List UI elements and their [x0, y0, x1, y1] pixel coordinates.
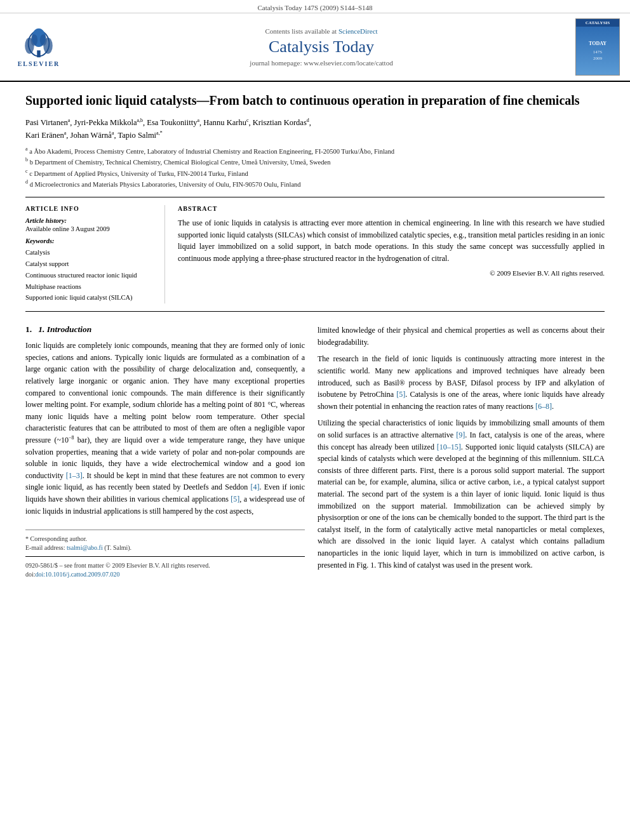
affiliation-c: c c Department of Applied Physics, Unive… — [25, 168, 605, 178]
issn-line: 0920-5861/$ – see front matter © 2009 El… — [25, 562, 305, 569]
email-link[interactable]: tsalmi@abo.fi — [67, 544, 103, 551]
sciencedirect-anchor[interactable]: ScienceDirect — [338, 27, 378, 35]
journal-citation-bar: Catalysis Today 147S (2009) S144–S148 — [0, 0, 630, 13]
left-column: 1. 1. Introduction Ionic liquids are com… — [25, 324, 305, 578]
article-body: Supported ionic liquid catalysts—From ba… — [0, 82, 630, 588]
affiliation-d: d d Microelectronics and Materials Physi… — [25, 178, 605, 189]
keyword-3: Continuous structured reactor ionic liqu… — [25, 270, 154, 281]
journal-title: Catalysis Today — [67, 37, 575, 57]
article-main-columns: 1. 1. Introduction Ionic liquids are com… — [25, 324, 605, 578]
abstract-copyright: © 2009 Elsevier B.V. All rights reserved… — [178, 269, 605, 277]
doi-line: doi:doi:10.1016/j.cattod.2009.07.020 — [25, 571, 305, 578]
elsevier-logo: ELSEVIER — [10, 27, 67, 67]
keyword-2: Catalyst support — [25, 258, 154, 270]
affiliation-a: a a Åbo Akademi, Process Chemistry Centr… — [25, 145, 605, 156]
elsevier-brand-text: ELSEVIER — [18, 60, 60, 67]
affiliation-b: b b Department of Chemistry, Technical C… — [25, 156, 605, 167]
email-note: E-mail address: tsalmi@abo.fi (T. Salmi)… — [25, 544, 305, 551]
section-title-text: 1. Introduction — [38, 324, 91, 334]
keyword-4: Multiphase reactions — [25, 281, 154, 293]
corresponding-author-note: * Corresponding author. — [25, 535, 305, 542]
article-history-label: Article history: — [25, 217, 154, 224]
homepage-text: journal homepage: www.elsevier.com/locat… — [250, 59, 392, 67]
journal-citation-text: Catalysis Today 147S (2009) S144–S148 — [257, 4, 372, 11]
intro-paragraph-2: limited knowledge of their physical and … — [318, 324, 605, 348]
article-title: Supported ionic liquid catalysts—From ba… — [25, 92, 605, 109]
footer-separator — [25, 556, 305, 557]
svg-point-5 — [30, 34, 37, 45]
journal-homepage: journal homepage: www.elsevier.com/locat… — [67, 59, 575, 67]
article-footer: * Corresponding author. E-mail address: … — [25, 530, 305, 578]
cover-top-bar: CATALYSIS — [576, 19, 619, 27]
keyword-1: Catalysis — [25, 247, 154, 258]
ref-4[interactable]: [4] — [250, 483, 259, 491]
svg-point-6 — [40, 34, 47, 45]
abstract-text: The use of ionic liquids in catalysis is… — [178, 217, 605, 264]
journal-center: Contents lists available at ScienceDirec… — [67, 27, 575, 67]
journal-cover-image: CATALYSIS TODAY 147S 2009 — [575, 18, 620, 76]
keyword-5: Supported ionic liquid catalyst (SILCA) — [25, 292, 154, 303]
article-available-online: Available online 3 August 2009 — [25, 225, 154, 232]
intro-paragraph-4: Utilizing the special characteristics of… — [318, 417, 605, 571]
keywords-label: Keywords: — [25, 237, 154, 244]
ref-5[interactable]: [5] — [231, 495, 239, 503]
ref-6-8[interactable]: [6–8] — [535, 402, 552, 411]
intro-paragraph-1: Ionic liquids are completely ionic compo… — [25, 340, 305, 517]
article-info-heading: ARTICLE INFO — [25, 205, 154, 212]
section-number: 1. — [25, 324, 32, 334]
keywords-list: Catalysis Catalyst support Continuous st… — [25, 247, 154, 303]
cover-body: TODAY 147S 2009 — [576, 27, 619, 75]
ref-10-15[interactable]: [10–15] — [437, 443, 461, 451]
article-authors: Pasi Virtanena, Jyri-Pekka Mikkolaa,b, E… — [25, 116, 605, 142]
right-column: limited knowledge of their physical and … — [318, 324, 605, 578]
introduction-heading: 1. 1. Introduction — [25, 324, 305, 335]
author-affiliations: a a Åbo Akademi, Process Chemistry Centr… — [25, 145, 605, 189]
journal-header: ELSEVIER Contents lists available at Sci… — [0, 13, 630, 82]
abstract-panel: ABSTRACT The use of ionic liquids in cat… — [178, 205, 605, 303]
abstract-heading: ABSTRACT — [178, 205, 605, 212]
intro-paragraph-3: The research in the field of ionic liqui… — [318, 353, 605, 412]
article-info-abstract-section: ARTICLE INFO Article history: Available … — [25, 197, 605, 312]
article-info-panel: ARTICLE INFO Article history: Available … — [25, 205, 165, 303]
ref-9[interactable]: [9] — [456, 430, 465, 439]
ref-1-3[interactable]: [1–3] — [66, 471, 83, 480]
elsevier-tree-icon — [20, 27, 58, 59]
ref-5-right[interactable]: [5] — [396, 390, 405, 399]
doi-link[interactable]: doi:10.1016/j.cattod.2009.07.020 — [36, 571, 120, 578]
sciencedirect-link: Contents lists available at ScienceDirec… — [67, 27, 575, 35]
